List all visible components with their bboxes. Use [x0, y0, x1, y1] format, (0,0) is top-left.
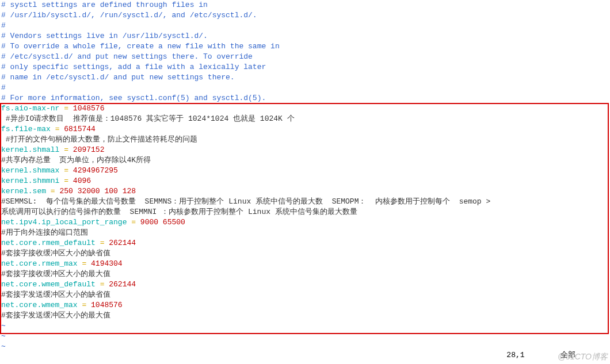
equals-op: =	[59, 177, 73, 185]
equals-op: =	[96, 280, 109, 289]
sysctl-key: net.ipv4.ip_local_port_range	[1, 218, 127, 227]
comment-line: #	[0, 83, 610, 93]
comment-line: # /etc/sysctl.d/ and put new settings th…	[0, 52, 610, 62]
terminal-editor[interactable]: # sysctl settings are defined through fi…	[0, 0, 610, 364]
equals-op: =	[96, 239, 109, 247]
setting-line: kernel.shmall = 2097152	[0, 145, 610, 155]
setting-line: fs.aio-max-nr = 1048576	[0, 104, 610, 114]
inline-comment: #套接字接收缓冲区大小的缺省值	[0, 248, 610, 259]
setting-line: net.core.wmem_default = 262144	[0, 279, 610, 290]
sysctl-key: kernel.shmmax	[1, 166, 59, 175]
sysctl-key: kernel.shmmni	[1, 177, 59, 185]
setting-line: net.ipv4.ip_local_port_range = 9000 6550…	[0, 217, 610, 228]
setting-line: kernel.shmmax = 4294967295	[0, 166, 610, 176]
sysctl-value: 1048576	[91, 301, 123, 309]
comment-line: # sysctl settings are defined through fi…	[0, 0, 610, 10]
sysctl-key: net.core.wmem_default	[1, 280, 96, 289]
sysctl-key: kernel.shmall	[1, 145, 59, 154]
setting-line: kernel.sem = 250 32000 100 128	[0, 186, 610, 197]
inline-comment: #打开的文件句柄的最大数量，防止文件描述符耗尽的问题	[0, 135, 610, 145]
equals-op: =	[127, 218, 140, 227]
sysctl-value: 4194304	[91, 259, 123, 268]
sysctl-key: net.core.rmem_max	[1, 259, 78, 268]
sysctl-value: 6815744	[64, 125, 96, 133]
comment-line: # only specific settings, add a file wit…	[0, 62, 610, 72]
inline-comment: #异步IO请求数目 推荐值是：1048576 其实它等于 1024*1024 也…	[0, 114, 610, 124]
sysctl-value: 2097152	[73, 145, 105, 154]
inline-comment: 系统调用可以执行的信号操作的数量 SEMMNI ：内核参数用于控制整个 Linu…	[0, 207, 610, 217]
sysctl-value: 262144	[109, 280, 136, 289]
setting-line: kernel.shmmni = 4096	[0, 176, 610, 186]
inline-comment: #套接字接收缓冲区大小的最大值	[0, 269, 610, 279]
comment-line: # name in /etc/sysctl.d/ and put new set…	[0, 72, 610, 83]
equals-op: =	[59, 166, 73, 175]
vim-tilde-line: ~	[0, 331, 610, 342]
sysctl-value: 4096	[73, 177, 91, 185]
comment-line: #	[0, 21, 610, 31]
equals-op: =	[59, 145, 73, 154]
sysctl-value: 1048576	[73, 104, 105, 113]
setting-line: net.core.rmem_max = 4194304	[0, 259, 610, 269]
comment-line: # /usr/lib/sysctl.d/, /run/sysctl.d/, an…	[0, 10, 610, 21]
equals-op: =	[51, 125, 64, 133]
inline-comment: #SEMMSL: 每个信号集的最大信号数量 SEMMNS：用于控制整个 Linu…	[0, 197, 610, 207]
comment-line: # For more information, see sysctl.conf(…	[0, 93, 610, 104]
vim-tilde-line: ~	[0, 321, 610, 331]
sysctl-key: net.core.rmem_default	[1, 239, 96, 247]
inline-comment: #共享内存总量 页为单位，内存除以4K所得	[0, 155, 610, 166]
sysctl-key: fs.aio-max-nr	[1, 104, 59, 113]
setting-line: net.core.rmem_default = 262144	[0, 238, 610, 248]
inline-comment: #套接字发送缓冲区大小的最大值	[0, 311, 610, 321]
sysctl-key: fs.file-max	[1, 125, 51, 133]
inline-comment: #套接字发送缓冲区大小的缺省值	[0, 290, 610, 300]
sysctl-key: kernel.sem	[1, 187, 46, 196]
sysctl-value: 9000 65500	[140, 218, 185, 227]
sysctl-key: net.core.wmem_max	[1, 301, 78, 309]
equals-op: =	[78, 301, 91, 309]
sysctl-value: 262144	[109, 239, 136, 247]
cursor-position: 28,1	[506, 351, 524, 359]
setting-line: net.core.wmem_max = 1048576	[0, 300, 610, 311]
inline-comment: #用于向外连接的端口范围	[0, 228, 610, 238]
sysctl-value: 4294967295	[73, 166, 118, 175]
equals-op: =	[46, 187, 59, 196]
comment-line: # Vendors settings live in /usr/lib/sysc…	[0, 31, 610, 41]
setting-line: fs.file-max = 6815744	[0, 124, 610, 135]
equals-op: =	[59, 104, 73, 113]
watermark-text: @51CTO博客	[558, 351, 608, 362]
sysctl-value: 250 32000 100 128	[59, 187, 136, 196]
comment-line: # To override a whole file, create a new…	[0, 41, 610, 52]
equals-op: =	[78, 259, 91, 268]
